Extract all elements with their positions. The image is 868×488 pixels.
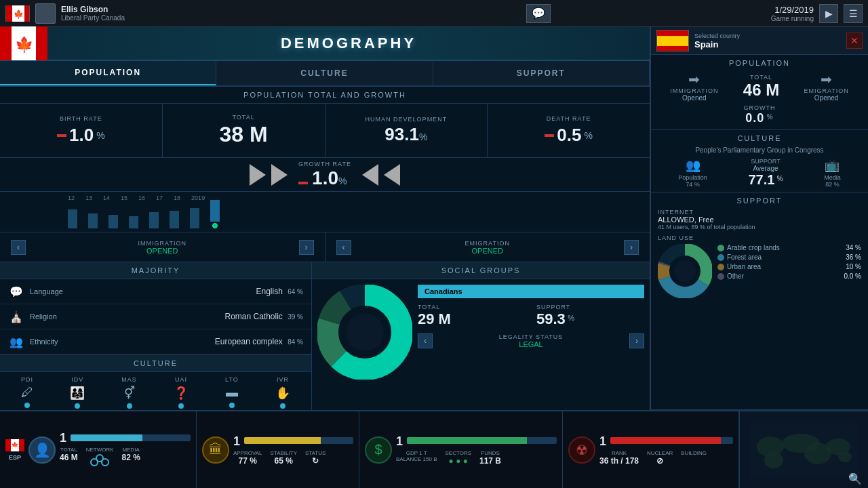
right-media-pct: 82 % [824,181,841,188]
total-label: TOTAL [233,114,255,121]
social-info: Canadians TOTAL 29 M SUPPORT [418,285,644,380]
map-search-button[interactable]: 🔍 [845,472,865,485]
land-forest-pct: 36 % [846,253,861,261]
majority-col: MAJORITY 💬 Language English 64 % ⛪ Relig… [0,262,312,410]
social-content: Canadians TOTAL 29 M SUPPORT [312,279,650,385]
chart-bar-0 [68,209,77,228]
social-support-label: SUPPORT [536,304,644,310]
population-section: POPULATION TOTAL AND GROWTH BIRTH RATE 1… [0,87,650,410]
land-other-pct: 0.0 % [844,272,861,280]
menu-button[interactable]: ☰ [844,4,863,23]
right-pop-pct: 74 % [678,181,707,188]
tab-support[interactable]: SUPPORT [433,61,650,85]
right-support-row: 👥 Population 74 % SUPPORT Average 77.1 %… [658,158,861,188]
chart-bar-1 [88,214,98,228]
right-culture-section: CULTURE People's Parliamentary Group in … [651,130,868,192]
growth-trend-icon [298,182,308,184]
svg-point-12 [346,313,384,351]
bottom-rank-stat: RANK 36 th / 178 [599,450,639,466]
culture-icons-row: PDI 🖊 IDV 👨‍👩‍👧 MAS ⚥ [0,372,311,410]
right-emigration-icon: ➡ [804,71,848,87]
right-avg-support: SUPPORT Average 77.1 % [748,158,783,188]
majority-title: MAJORITY [0,262,311,279]
emigration-status: OPENED [357,247,619,255]
bottom-population-icon: 👤 [28,436,56,464]
birth-rate-value: 1.0 [69,125,94,146]
population-support-icon: 👥 [678,158,707,173]
right-emigration-status: Opened [804,94,848,102]
emigration-info: EMIGRATION OPENED [357,240,619,255]
social-total: TOTAL 29 M [418,304,526,328]
social-groups-col: SOCIAL GROUPS [312,262,650,410]
bottom-funds-stat: FUNDS 117 B [479,450,501,466]
death-rate-sup: % [584,130,592,141]
land-other: Other 0.0 % [717,272,861,280]
right-population-total: TOTAL 46 M [743,74,779,100]
right-total-label: TOTAL [743,74,779,81]
game-date: 1/29/2019 [771,5,814,15]
religion-value: Roman Catholic 39 % [224,312,303,321]
death-rate-block: DEATH RATE 0.5 % [488,104,650,157]
culture-title: CULTURE [0,355,311,372]
chart-bars [68,204,636,228]
right-media-label: Media [824,174,841,181]
land-use-label: LAND USE [658,235,861,241]
emigration-next-button[interactable]: › [624,240,639,255]
right-support-section: SUPPORT INTERNET ALLOWED, Free 41 M user… [651,192,868,410]
bottom-seg4-bar [610,437,733,444]
bottom-building-stat: BUILDING [681,450,707,466]
legality-prev-button[interactable]: ‹ [418,333,433,348]
bottom-segment-economy: $ 1 GDP 1 T BALANCE 150 B SECTORS [359,411,563,488]
death-trend: 0.5 % [545,125,593,146]
hdi-block: HUMAN DEVELOPMENT 93.1 % [326,104,488,157]
chart-bar-3 [129,216,138,228]
arrow-right2-icon [271,164,288,186]
internet-label: INTERNET [658,209,861,216]
right-immigration: ➡ IMMIGRATION Opened [670,71,718,102]
bottom-government-icon: 🏛 [202,436,229,464]
majority-ethnicity: 👥 Ethnicity European complex 84 % [0,329,311,354]
total-population-block: TOTAL 38 M [163,104,326,157]
immigration-prev-button[interactable]: ‹ [11,240,26,255]
close-button[interactable]: ✕ [846,33,863,49]
date-info: 1/29/2019 Game running [771,5,814,22]
svg-text:🍁: 🍁 [14,9,24,19]
chart-bar-4 [149,212,159,228]
birth-trend: 1.0 % [57,125,105,146]
bottom-economy-icon: $ [365,436,392,464]
bottom-seg4-stats: RANK 36 th / 178 NUCLEAR ⊘ BUILDING [599,450,733,466]
pdi-icon: 🖊 [21,386,33,400]
social-total-label: TOTAL [418,304,526,310]
death-rate-label: DEATH RATE [547,115,591,122]
play-button[interactable]: ▶ [819,4,838,23]
land-urban-pct: 10 % [846,263,861,270]
right-support-title: SUPPORT [658,197,861,205]
idv-icon: 👨‍👩‍👧 [70,386,85,401]
internet-status: ALLOWED, Free [658,216,861,224]
right-emigration-label: EMIGRATION [804,87,848,94]
svg-rect-2 [24,5,29,22]
tab-culture[interactable]: CULTURE [216,61,433,85]
culture-idv: IDV 👨‍👩‍👧 [70,376,85,409]
mas-dot [127,403,132,409]
chat-button[interactable]: 💬 [526,4,551,23]
right-support-sup: % [777,175,783,182]
svg-rect-5 [0,26,12,60]
land-other-dot [717,273,724,280]
legality-next-button[interactable]: › [629,333,644,348]
right-pop-row: ➡ IMMIGRATION Opened TOTAL 46 M ➡ EMIGRA… [658,71,861,102]
right-culture-title: CULTURE [658,134,861,142]
chart-area: 12 13 14 15 16 17 18 2019 [0,192,650,232]
immigration-next-button[interactable]: › [299,240,314,255]
ethnicity-label: Ethnicity [30,338,210,346]
growth-label: GROWTH RATE [298,161,351,167]
tab-population[interactable]: POPULATION [0,61,216,85]
growth-row: GROWTH RATE 1.0 % [0,158,650,192]
birth-rate-sup: % [96,130,104,141]
bottom-bar: 🍁 ESP 👤 1 TOTAL 46 M NETWORK [0,410,868,488]
emigration-prev-button[interactable]: ‹ [336,240,351,255]
bottom-seg1-stats: TOTAL 46 M NETWORK MEDIA 82 % [60,447,191,468]
ivr-dot [280,403,285,409]
svg-point-21 [102,459,108,466]
culture-section: CULTURE PDI 🖊 IDV 👨‍👩‍👧 [0,354,311,410]
